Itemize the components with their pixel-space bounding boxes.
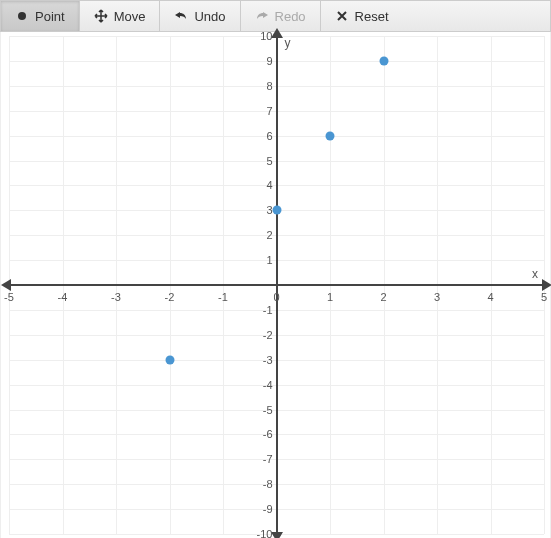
y-tick-label: 9: [255, 55, 273, 67]
data-point[interactable]: [272, 206, 281, 215]
x-axis-arrow-right: [542, 279, 551, 291]
move-button[interactable]: Move: [80, 1, 161, 31]
undo-icon: [174, 9, 188, 23]
x-tick-label: -4: [58, 291, 68, 303]
y-tick-label: 4: [255, 179, 273, 191]
y-axis-label: y: [285, 36, 291, 50]
svg-point-0: [18, 12, 26, 20]
y-axis: [276, 36, 278, 534]
y-tick-label: -3: [255, 354, 273, 366]
x-tick-label: 1: [327, 291, 333, 303]
y-tick-label: 2: [255, 229, 273, 241]
y-tick-label: 7: [255, 105, 273, 117]
x-axis-arrow-left: [1, 279, 11, 291]
redo-label: Redo: [275, 9, 306, 24]
move-label: Move: [114, 9, 146, 24]
y-tick-label: -5: [255, 404, 273, 416]
y-tick-label: 8: [255, 80, 273, 92]
y-tick-label: -2: [255, 329, 273, 341]
data-point[interactable]: [379, 56, 388, 65]
y-tick-label: 5: [255, 155, 273, 167]
x-tick-label: -2: [165, 291, 175, 303]
x-tick-label: -1: [218, 291, 228, 303]
reset-button[interactable]: Reset: [321, 1, 403, 31]
move-icon: [94, 9, 108, 23]
data-point[interactable]: [326, 131, 335, 140]
redo-icon: [255, 9, 269, 23]
x-tick-label: 4: [487, 291, 493, 303]
undo-button[interactable]: Undo: [160, 1, 240, 31]
point-button[interactable]: Point: [1, 1, 80, 31]
y-tick-label: -6: [255, 428, 273, 440]
y-tick-label: 3: [255, 204, 273, 216]
x-axis-label: x: [532, 267, 538, 281]
x-tick-label: -3: [111, 291, 121, 303]
x-tick-label: 0: [273, 291, 279, 303]
y-tick-label: 10: [255, 30, 273, 42]
y-tick-label: -8: [255, 478, 273, 490]
plot-area[interactable]: -5-4-3-2-1012345-10-9-8-7-6-5-4-3-2-1123…: [0, 32, 551, 538]
x-tick-label: 2: [380, 291, 386, 303]
x-tick-label: -5: [4, 291, 14, 303]
point-label: Point: [35, 9, 65, 24]
x-tick-label: 3: [434, 291, 440, 303]
y-tick-label: -1: [255, 304, 273, 316]
close-icon: [335, 9, 349, 23]
point-icon: [15, 9, 29, 23]
y-tick-label: 1: [255, 254, 273, 266]
y-tick-label: 6: [255, 130, 273, 142]
data-point[interactable]: [165, 355, 174, 364]
y-tick-label: -4: [255, 379, 273, 391]
x-tick-label: 5: [541, 291, 547, 303]
y-tick-label: -7: [255, 453, 273, 465]
reset-label: Reset: [355, 9, 389, 24]
y-tick-label: -9: [255, 503, 273, 515]
y-tick-label: -10: [255, 528, 273, 538]
undo-label: Undo: [194, 9, 225, 24]
redo-button[interactable]: Redo: [241, 1, 321, 31]
